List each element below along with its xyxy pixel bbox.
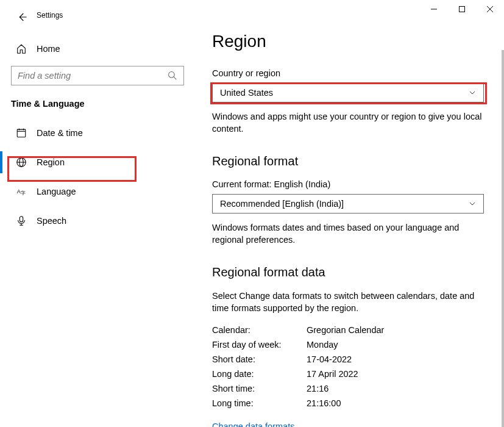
sidebar-item-date-time[interactable]: Date & time — [11, 121, 184, 145]
sidebar-item-home[interactable]: Home — [11, 37, 184, 61]
back-button[interactable] — [15, 10, 29, 24]
row-key: Long time: — [212, 398, 307, 408]
sidebar-item-label: Home — [37, 44, 60, 54]
close-button[interactable] — [476, 0, 504, 18]
regional-format-value: Recommended [English (India)] — [220, 199, 344, 209]
row-val: Gregorian Calendar — [307, 325, 384, 335]
format-data-help: Select Change data formats to switch bet… — [212, 290, 484, 314]
svg-text:字: 字 — [21, 190, 26, 196]
regional-format-help: Windows formats dates and times based on… — [212, 222, 484, 246]
sidebar-item-region[interactable]: Region — [11, 150, 184, 174]
row-key: Long date: — [212, 369, 307, 379]
page-title: Region — [212, 32, 487, 51]
row-key: Short date: — [212, 354, 307, 364]
sidebar-item-label: Region — [37, 157, 65, 167]
sidebar-item-language[interactable]: A字 Language — [11, 179, 184, 204]
window-title: Settings — [37, 11, 63, 20]
table-row: Short time: 21:16 — [212, 384, 487, 393]
svg-text:A: A — [17, 188, 21, 195]
row-key: First day of week: — [212, 340, 307, 350]
home-icon — [16, 43, 27, 54]
row-val: 21:16:00 — [307, 398, 341, 408]
table-row: Long date: 17 April 2022 — [212, 369, 487, 379]
row-key: Short time: — [212, 384, 307, 393]
maximize-button[interactable] — [448, 0, 476, 18]
row-val: 21:16 — [307, 384, 328, 393]
sidebar-item-label: Language — [37, 187, 76, 196]
search-input[interactable] — [11, 66, 184, 85]
sidebar-item-speech[interactable]: Speech — [11, 209, 184, 233]
language-icon: A字 — [16, 186, 27, 197]
search-field[interactable] — [18, 71, 168, 81]
country-dropdown[interactable]: United States — [212, 83, 484, 102]
globe-icon — [16, 157, 27, 168]
svg-rect-15 — [20, 217, 23, 222]
svg-line-5 — [174, 77, 176, 79]
microphone-icon — [16, 215, 27, 226]
table-row: First day of week: Monday — [212, 340, 487, 350]
regional-format-dropdown[interactable]: Recommended [English (India)] — [212, 194, 484, 214]
svg-point-4 — [169, 72, 175, 78]
sidebar-item-label: Date & time — [37, 128, 83, 138]
regional-format-heading: Regional format — [212, 154, 487, 168]
svg-rect-6 — [17, 129, 26, 137]
country-value: United States — [220, 88, 273, 98]
sidebar: Home Time & Language Date & time Region … — [0, 20, 195, 427]
content-area: Region Country or region United States W… — [195, 20, 504, 427]
search-icon — [168, 71, 177, 81]
table-row: Calendar: Gregorian Calendar — [212, 325, 487, 335]
country-label: Country or region — [212, 68, 487, 78]
change-data-formats-link[interactable]: Change data formats — [212, 422, 294, 427]
current-format-label: Current format: English (India) — [212, 179, 487, 189]
format-data-heading: Regional format data — [212, 265, 487, 279]
scrollbar[interactable] — [502, 50, 504, 427]
svg-rect-1 — [460, 7, 465, 12]
country-help: Windows and apps might use your country … — [212, 111, 484, 135]
chevron-down-icon — [469, 200, 476, 207]
table-row: Long time: 21:16:00 — [212, 398, 487, 408]
row-key: Calendar: — [212, 325, 307, 335]
sidebar-section-title: Time & Language — [11, 99, 184, 109]
table-row: Short date: 17-04-2022 — [212, 354, 487, 364]
minimize-button[interactable] — [420, 0, 448, 18]
row-val: 17-04-2022 — [307, 354, 352, 364]
row-val: Monday — [307, 340, 338, 350]
sidebar-item-label: Speech — [37, 216, 66, 226]
chevron-down-icon — [469, 89, 476, 96]
calendar-icon — [16, 127, 27, 138]
row-val: 17 April 2022 — [307, 369, 358, 379]
format-data-table: Calendar: Gregorian Calendar First day o… — [212, 325, 487, 408]
